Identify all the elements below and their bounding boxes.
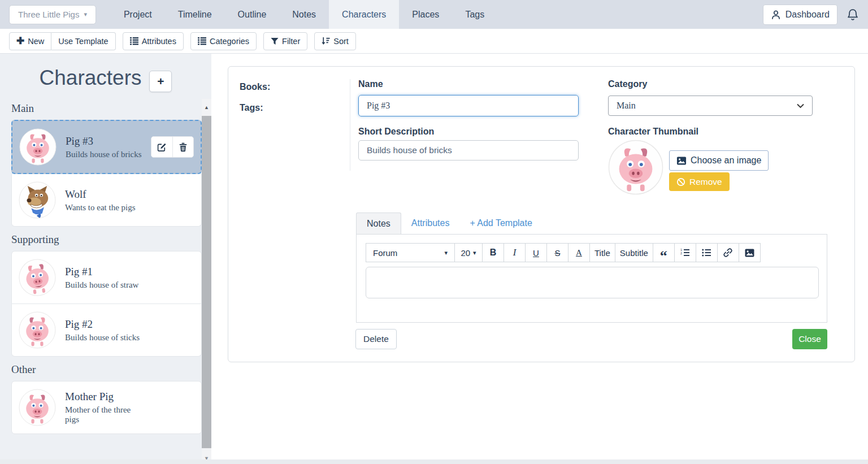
nav-item-notes[interactable]: Notes [279,0,329,29]
filter-icon [271,37,279,45]
character-card-mother-pig[interactable]: Mother Pig Mother of the three pigs [11,381,202,434]
character-description: Wants to eat the pigs [65,203,136,213]
character-name: Pig #2 [65,318,140,331]
project-selector-dropdown[interactable]: Three Little Pigs ▾ [9,5,96,24]
tab-add-template[interactable]: + Add Template [459,213,542,234]
categories-button[interactable]: Categories [190,32,257,50]
font-family-dropdown[interactable]: Forum ▾ [366,243,455,262]
navbar-right: Dashboard [763,5,859,25]
caret-down-icon: ▾ [84,11,87,18]
divider [350,79,350,171]
character-list-supporting: Pig #1 Builds house of straw Pig #2 Buil… [11,251,202,357]
delete-character-button[interactable] [172,137,193,157]
filter-button[interactable]: Filter [263,32,307,50]
remove-image-button[interactable]: Remove [669,172,730,191]
character-card-wolf[interactable]: Wolf Wants to eat the pigs [11,174,202,227]
nav-item-tags[interactable]: Tags [452,0,497,29]
new-button-label: New [28,37,44,46]
scrollbar-thumb[interactable] [202,116,211,448]
character-card-pig2[interactable]: Pig #2 Builds house of sticks [11,304,202,357]
short-description-input[interactable]: Builds house of bricks [358,140,579,161]
project-selector-label: Three Little Pigs [18,10,79,19]
link-icon[interactable] [717,243,739,262]
image-icon[interactable] [739,243,761,262]
category-label: Category [608,79,647,89]
characters-sidebar: Characters + Main Pig #3 Builds house of… [0,54,211,464]
font-family-value: Forum [373,248,397,258]
scrollbar-up-arrow-icon[interactable]: ▲ [202,102,211,112]
character-thumbnail-image [608,140,663,195]
editor-toolbar: Forum ▾ 20 ▾ B I U S A Title Subtitle “ … [366,243,818,262]
strikethrough-button[interactable]: S [546,243,568,262]
notes-text-editor[interactable] [366,267,819,298]
attributes-button[interactable]: Attributes [123,32,184,50]
name-input[interactable]: Pig #3 [358,95,579,116]
pig-avatar-image [19,389,56,426]
choose-image-label: Choose an image [691,155,761,166]
notes-tab-panel: Forum ▾ 20 ▾ B I U S A Title Subtitle “ … [356,234,827,323]
title-button[interactable]: Title [589,243,615,262]
choose-image-button[interactable]: Choose an image [669,150,769,171]
group-label-other: Other [11,363,211,376]
character-description: Builds house of sticks [65,333,140,342]
tab-attributes[interactable]: Attributes [401,213,460,234]
caret-down-icon: ▾ [473,250,476,256]
delete-button[interactable]: Delete [355,329,397,349]
wolf-avatar-image [19,181,56,219]
nav-item-places[interactable]: Places [399,0,452,29]
sidebar-scrollbar[interactable]: ▲ ▼ [202,99,211,464]
categories-button-label: Categories [210,37,249,46]
font-size-value: 20 [461,248,470,258]
bold-button[interactable]: B [482,243,504,262]
nav-item-timeline[interactable]: Timeline [165,0,225,29]
sort-button-label: Sort [333,37,349,46]
use-template-button[interactable]: Use Template [51,32,115,50]
character-card-pig3[interactable]: Pig #3 Builds house of bricks [11,120,202,174]
attributes-button-label: Attributes [142,37,176,46]
nav-item-characters[interactable]: Characters [329,0,399,29]
short-description-label: Short Description [358,127,434,137]
italic-button[interactable]: I [504,243,526,262]
sidebar-title: Characters [40,66,142,90]
text-color-button[interactable]: A [568,243,590,262]
underline-button[interactable]: U [525,243,547,262]
category-select[interactable]: Main [608,96,813,116]
tab-notes[interactable]: Notes [356,213,401,234]
unordered-list-icon[interactable] [696,243,718,262]
character-list-other: Mother Pig Mother of the three pigs [11,381,202,434]
character-card-pig1[interactable]: Pig #1 Builds house of straw [11,251,202,304]
action-toolbar: ✚ New Use Template Attributes Categories… [0,29,868,54]
card-actions [151,136,194,158]
nav-item-outline[interactable]: Outline [225,0,280,29]
remove-ban-icon [676,177,685,187]
font-size-dropdown[interactable]: 20 ▾ [454,243,483,262]
quote-icon[interactable]: “ [653,243,675,262]
dashboard-label: Dashboard [785,10,830,20]
person-icon [771,10,781,20]
sort-button[interactable]: Sort [314,32,356,50]
character-name: Wolf [65,188,136,201]
character-list-main: Pig #3 Builds house of bricks [11,120,202,227]
edit-character-button[interactable] [151,137,172,157]
pig-avatar-image [16,257,59,299]
books-label: Books: [240,82,270,92]
list-icon [198,37,206,45]
character-thumbnail-label: Character Thumbnail [608,127,698,137]
list-icon [130,37,138,45]
new-button[interactable]: ✚ New [9,32,51,50]
character-detail-panel: Books: Tags: Name Pig #3 Category Main S… [228,66,855,362]
character-name: Mother Pig [65,391,143,403]
subtitle-button[interactable]: Subtitle [615,243,653,262]
close-button[interactable]: Close [792,329,827,349]
dashboard-button[interactable]: Dashboard [763,5,837,25]
bell-icon[interactable] [847,8,859,21]
character-name: Pig #3 [66,135,142,148]
use-template-label: Use Template [58,37,108,46]
ordered-list-icon[interactable]: 1 2 [674,243,696,262]
plus-icon: ✚ [16,36,24,46]
filter-button-label: Filter [282,37,300,46]
add-character-button[interactable]: + [149,71,172,92]
nav-item-project[interactable]: Project [111,0,165,29]
pig-avatar-image [19,311,56,349]
group-label-main: Main [11,102,211,115]
